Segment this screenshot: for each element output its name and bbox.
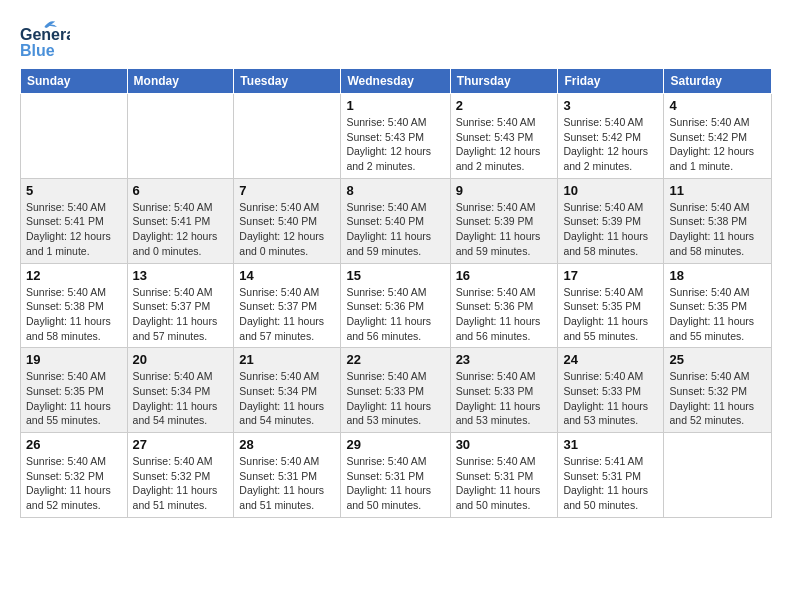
day-number: 20 bbox=[133, 352, 229, 367]
calendar-cell: 19Sunrise: 5:40 AM Sunset: 5:35 PM Dayli… bbox=[21, 348, 128, 433]
calendar-cell: 23Sunrise: 5:40 AM Sunset: 5:33 PM Dayli… bbox=[450, 348, 558, 433]
day-number: 1 bbox=[346, 98, 444, 113]
svg-text:Blue: Blue bbox=[20, 42, 55, 59]
day-info: Sunrise: 5:40 AM Sunset: 5:33 PM Dayligh… bbox=[456, 369, 553, 428]
day-header-thursday: Thursday bbox=[450, 69, 558, 94]
calendar-cell: 21Sunrise: 5:40 AM Sunset: 5:34 PM Dayli… bbox=[234, 348, 341, 433]
day-info: Sunrise: 5:40 AM Sunset: 5:41 PM Dayligh… bbox=[26, 200, 122, 259]
calendar-week-1: 1Sunrise: 5:40 AM Sunset: 5:43 PM Daylig… bbox=[21, 94, 772, 179]
day-number: 24 bbox=[563, 352, 658, 367]
day-number: 16 bbox=[456, 268, 553, 283]
calendar-cell: 11Sunrise: 5:40 AM Sunset: 5:38 PM Dayli… bbox=[664, 178, 772, 263]
day-number: 30 bbox=[456, 437, 553, 452]
day-info: Sunrise: 5:40 AM Sunset: 5:43 PM Dayligh… bbox=[456, 115, 553, 174]
calendar-cell: 29Sunrise: 5:40 AM Sunset: 5:31 PM Dayli… bbox=[341, 433, 450, 518]
svg-text:General: General bbox=[20, 26, 70, 43]
day-info: Sunrise: 5:40 AM Sunset: 5:37 PM Dayligh… bbox=[133, 285, 229, 344]
day-number: 4 bbox=[669, 98, 766, 113]
calendar-cell: 26Sunrise: 5:40 AM Sunset: 5:32 PM Dayli… bbox=[21, 433, 128, 518]
day-number: 18 bbox=[669, 268, 766, 283]
day-number: 29 bbox=[346, 437, 444, 452]
calendar-cell: 1Sunrise: 5:40 AM Sunset: 5:43 PM Daylig… bbox=[341, 94, 450, 179]
day-info: Sunrise: 5:40 AM Sunset: 5:35 PM Dayligh… bbox=[563, 285, 658, 344]
day-info: Sunrise: 5:40 AM Sunset: 5:38 PM Dayligh… bbox=[669, 200, 766, 259]
calendar-cell: 3Sunrise: 5:40 AM Sunset: 5:42 PM Daylig… bbox=[558, 94, 664, 179]
day-number: 17 bbox=[563, 268, 658, 283]
day-info: Sunrise: 5:40 AM Sunset: 5:40 PM Dayligh… bbox=[239, 200, 335, 259]
calendar-cell: 13Sunrise: 5:40 AM Sunset: 5:37 PM Dayli… bbox=[127, 263, 234, 348]
day-header-monday: Monday bbox=[127, 69, 234, 94]
day-info: Sunrise: 5:40 AM Sunset: 5:32 PM Dayligh… bbox=[669, 369, 766, 428]
day-number: 3 bbox=[563, 98, 658, 113]
calendar-cell: 20Sunrise: 5:40 AM Sunset: 5:34 PM Dayli… bbox=[127, 348, 234, 433]
calendar-cell: 8Sunrise: 5:40 AM Sunset: 5:40 PM Daylig… bbox=[341, 178, 450, 263]
calendar-cell: 31Sunrise: 5:41 AM Sunset: 5:31 PM Dayli… bbox=[558, 433, 664, 518]
day-info: Sunrise: 5:40 AM Sunset: 5:35 PM Dayligh… bbox=[26, 369, 122, 428]
calendar-cell: 5Sunrise: 5:40 AM Sunset: 5:41 PM Daylig… bbox=[21, 178, 128, 263]
calendar-cell: 12Sunrise: 5:40 AM Sunset: 5:38 PM Dayli… bbox=[21, 263, 128, 348]
day-number: 5 bbox=[26, 183, 122, 198]
day-number: 23 bbox=[456, 352, 553, 367]
day-number: 8 bbox=[346, 183, 444, 198]
day-number: 27 bbox=[133, 437, 229, 452]
day-info: Sunrise: 5:40 AM Sunset: 5:33 PM Dayligh… bbox=[563, 369, 658, 428]
day-number: 14 bbox=[239, 268, 335, 283]
day-number: 13 bbox=[133, 268, 229, 283]
day-info: Sunrise: 5:40 AM Sunset: 5:39 PM Dayligh… bbox=[563, 200, 658, 259]
day-header-wednesday: Wednesday bbox=[341, 69, 450, 94]
day-info: Sunrise: 5:40 AM Sunset: 5:34 PM Dayligh… bbox=[133, 369, 229, 428]
calendar-header-row: SundayMondayTuesdayWednesdayThursdayFrid… bbox=[21, 69, 772, 94]
day-info: Sunrise: 5:40 AM Sunset: 5:42 PM Dayligh… bbox=[563, 115, 658, 174]
day-info: Sunrise: 5:41 AM Sunset: 5:31 PM Dayligh… bbox=[563, 454, 658, 513]
day-number: 10 bbox=[563, 183, 658, 198]
day-number: 31 bbox=[563, 437, 658, 452]
day-info: Sunrise: 5:40 AM Sunset: 5:40 PM Dayligh… bbox=[346, 200, 444, 259]
calendar-cell: 24Sunrise: 5:40 AM Sunset: 5:33 PM Dayli… bbox=[558, 348, 664, 433]
day-info: Sunrise: 5:40 AM Sunset: 5:34 PM Dayligh… bbox=[239, 369, 335, 428]
calendar-cell bbox=[21, 94, 128, 179]
day-header-sunday: Sunday bbox=[21, 69, 128, 94]
logo: General Blue bbox=[20, 20, 76, 60]
day-number: 12 bbox=[26, 268, 122, 283]
day-number: 15 bbox=[346, 268, 444, 283]
calendar-cell: 25Sunrise: 5:40 AM Sunset: 5:32 PM Dayli… bbox=[664, 348, 772, 433]
calendar-cell: 15Sunrise: 5:40 AM Sunset: 5:36 PM Dayli… bbox=[341, 263, 450, 348]
calendar-cell: 28Sunrise: 5:40 AM Sunset: 5:31 PM Dayli… bbox=[234, 433, 341, 518]
calendar: SundayMondayTuesdayWednesdayThursdayFrid… bbox=[20, 68, 772, 518]
calendar-cell: 30Sunrise: 5:40 AM Sunset: 5:31 PM Dayli… bbox=[450, 433, 558, 518]
day-header-saturday: Saturday bbox=[664, 69, 772, 94]
day-info: Sunrise: 5:40 AM Sunset: 5:37 PM Dayligh… bbox=[239, 285, 335, 344]
day-number: 21 bbox=[239, 352, 335, 367]
calendar-week-2: 5Sunrise: 5:40 AM Sunset: 5:41 PM Daylig… bbox=[21, 178, 772, 263]
calendar-cell: 22Sunrise: 5:40 AM Sunset: 5:33 PM Dayli… bbox=[341, 348, 450, 433]
day-number: 7 bbox=[239, 183, 335, 198]
day-number: 9 bbox=[456, 183, 553, 198]
calendar-cell: 14Sunrise: 5:40 AM Sunset: 5:37 PM Dayli… bbox=[234, 263, 341, 348]
calendar-cell: 4Sunrise: 5:40 AM Sunset: 5:42 PM Daylig… bbox=[664, 94, 772, 179]
calendar-cell: 17Sunrise: 5:40 AM Sunset: 5:35 PM Dayli… bbox=[558, 263, 664, 348]
day-info: Sunrise: 5:40 AM Sunset: 5:35 PM Dayligh… bbox=[669, 285, 766, 344]
day-info: Sunrise: 5:40 AM Sunset: 5:43 PM Dayligh… bbox=[346, 115, 444, 174]
day-info: Sunrise: 5:40 AM Sunset: 5:32 PM Dayligh… bbox=[133, 454, 229, 513]
calendar-cell: 2Sunrise: 5:40 AM Sunset: 5:43 PM Daylig… bbox=[450, 94, 558, 179]
day-info: Sunrise: 5:40 AM Sunset: 5:36 PM Dayligh… bbox=[346, 285, 444, 344]
header: General Blue bbox=[20, 20, 772, 60]
calendar-cell bbox=[664, 433, 772, 518]
day-info: Sunrise: 5:40 AM Sunset: 5:32 PM Dayligh… bbox=[26, 454, 122, 513]
day-number: 28 bbox=[239, 437, 335, 452]
day-info: Sunrise: 5:40 AM Sunset: 5:39 PM Dayligh… bbox=[456, 200, 553, 259]
day-header-friday: Friday bbox=[558, 69, 664, 94]
day-info: Sunrise: 5:40 AM Sunset: 5:33 PM Dayligh… bbox=[346, 369, 444, 428]
calendar-cell: 27Sunrise: 5:40 AM Sunset: 5:32 PM Dayli… bbox=[127, 433, 234, 518]
calendar-week-5: 26Sunrise: 5:40 AM Sunset: 5:32 PM Dayli… bbox=[21, 433, 772, 518]
day-info: Sunrise: 5:40 AM Sunset: 5:31 PM Dayligh… bbox=[239, 454, 335, 513]
calendar-cell: 6Sunrise: 5:40 AM Sunset: 5:41 PM Daylig… bbox=[127, 178, 234, 263]
day-number: 25 bbox=[669, 352, 766, 367]
calendar-cell: 16Sunrise: 5:40 AM Sunset: 5:36 PM Dayli… bbox=[450, 263, 558, 348]
day-info: Sunrise: 5:40 AM Sunset: 5:31 PM Dayligh… bbox=[346, 454, 444, 513]
calendar-cell bbox=[234, 94, 341, 179]
day-info: Sunrise: 5:40 AM Sunset: 5:38 PM Dayligh… bbox=[26, 285, 122, 344]
calendar-cell: 18Sunrise: 5:40 AM Sunset: 5:35 PM Dayli… bbox=[664, 263, 772, 348]
day-number: 26 bbox=[26, 437, 122, 452]
day-info: Sunrise: 5:40 AM Sunset: 5:42 PM Dayligh… bbox=[669, 115, 766, 174]
